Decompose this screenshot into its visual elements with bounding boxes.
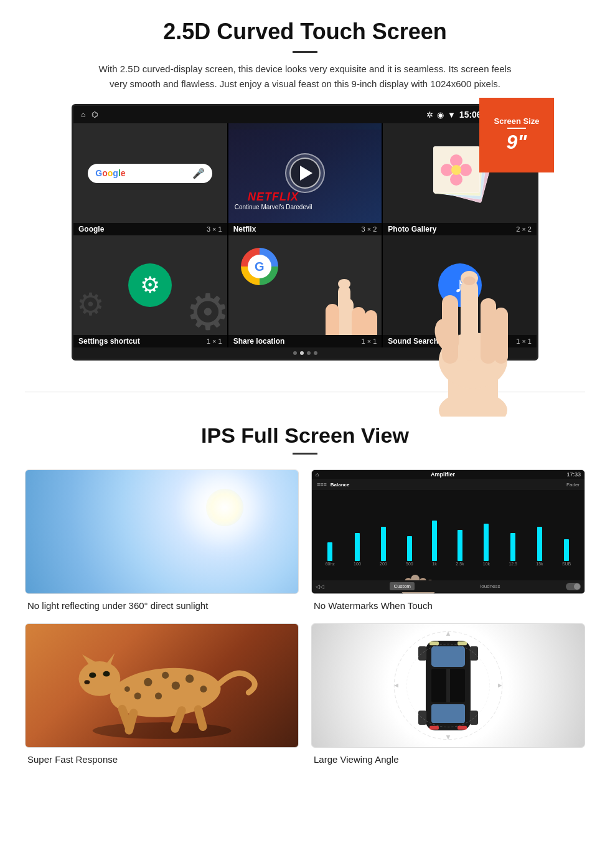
feature-amplifier: ⌂ Amplifier 17:33 ≡≡≡ Balance Fader 60hz…: [311, 469, 585, 611]
car-image: [311, 623, 585, 748]
settings-bg-gear2: ⚙: [77, 286, 105, 323]
app-tile-google[interactable]: Google 🎤 Google 3 × 1: [73, 123, 227, 235]
share-app-size: 1 × 1: [362, 337, 377, 345]
gallery-app-size: 2 × 2: [516, 225, 532, 233]
netflix-tile-inner: NETFLIX Continue Marvel's Daredevil: [228, 123, 382, 223]
amplifier-screen: ⌂ Amplifier 17:33 ≡≡≡ Balance Fader 60hz…: [312, 470, 584, 593]
svg-marker-26: [106, 653, 115, 666]
svg-point-55: [394, 631, 502, 739]
amp-bar-3: 200: [380, 527, 387, 566]
scroll-dots: [73, 347, 537, 359]
sound-icon-wrap: ♪: [438, 263, 482, 307]
svg-point-34: [144, 678, 152, 686]
status-bar: ⌂ ⌬ ✲ ◉ ▼ 15:06 ⊡ ◁) ⊠ ⬜: [73, 106, 537, 123]
section-curved-screen: 2.5D Curved Touch Screen With 2.5D curve…: [0, 0, 610, 373]
share-app-name: Share location: [233, 337, 285, 346]
svg-point-36: [172, 681, 180, 689]
app-grid-row2: ⚙ ⚙ ⚙ Settings shortcut 1 × 1: [73, 235, 537, 347]
netflix-app-name: Netflix: [233, 225, 256, 234]
amp-balance-label: Balance: [331, 482, 350, 488]
scroll-dot-1: [293, 351, 297, 355]
svg-rect-8: [448, 354, 498, 417]
device-container: Screen Size 9" ⌂ ⌬ ✲ ◉ ▼ 15:06 ⊡ ◁) ⊠: [62, 104, 548, 361]
amp-toggle[interactable]: [566, 583, 581, 590]
section-ips-view: IPS Full Screen View No light reflecting…: [0, 411, 610, 783]
gear-settings-icon: ⚙: [140, 272, 160, 298]
sound-label: Sound Search 1 × 1: [383, 335, 537, 347]
amplifier-image: ⌂ Amplifier 17:33 ≡≡≡ Balance Fader 60hz…: [311, 469, 585, 594]
amp-prev-icon: ◁◁: [316, 583, 324, 590]
amp-bar-9: 15k: [536, 527, 543, 566]
amp-controls: ≡≡≡ Balance Fader: [312, 479, 584, 490]
feature-sunlight: No light reflecting under 360° direct su…: [25, 469, 299, 611]
amp-loudness-label: loudness: [481, 583, 500, 589]
svg-rect-4: [326, 304, 339, 335]
cheetah-image: [25, 623, 299, 748]
android-screen: ⌂ ⌬ ✲ ◉ ▼ 15:06 ⊡ ◁) ⊠ ⬜: [72, 104, 538, 361]
settings-app-name: Settings shortcut: [78, 337, 140, 346]
amp-bar-10: SUB: [562, 539, 571, 566]
sound-app-size: 1 × 1: [516, 337, 532, 345]
home-icon[interactable]: ⌂: [81, 110, 85, 119]
svg-marker-25: [82, 654, 98, 665]
feature-cheetah: Super Fast Response: [25, 623, 299, 765]
google-search-bar[interactable]: Google 🎤: [88, 164, 212, 183]
status-bar-left: ⌂ ⌬: [81, 110, 98, 119]
svg-point-56: [406, 644, 489, 727]
bluetooth-icon: ✲: [426, 110, 433, 120]
app-tile-share[interactable]: G: [228, 235, 382, 347]
badge-size: 9": [507, 131, 527, 154]
amp-bar-6: 2.5k: [456, 530, 464, 566]
section2-divider: [293, 453, 317, 455]
google-tile-inner: Google 🎤: [73, 123, 227, 223]
amp-time: 17:33: [566, 471, 581, 478]
svg-point-41: [134, 692, 141, 699]
g-logo-icon: G: [241, 248, 278, 285]
car-visual: [312, 624, 584, 747]
amp-bottom-bar: ◁◁ Custom loudness: [312, 580, 584, 592]
amp-bar-1: 60hz: [326, 542, 335, 566]
scroll-dot-3: [307, 351, 311, 355]
google-app-size: 3 × 1: [207, 225, 222, 233]
location-icon: ◉: [437, 110, 444, 120]
svg-point-27: [89, 672, 96, 678]
share-tile-inner: G: [228, 235, 382, 335]
usb-icon: ⌬: [92, 110, 98, 119]
status-time: 15:06: [459, 110, 482, 120]
app-tile-settings[interactable]: ⚙ ⚙ ⚙ Settings shortcut 1 × 1: [73, 235, 227, 347]
svg-rect-5: [352, 307, 365, 335]
gallery-app-name: Photo Gallery: [388, 225, 436, 234]
app-tile-sound[interactable]: ♪ Sound Search 1 × 1: [383, 235, 537, 347]
amp-bar-4: 500: [406, 536, 413, 566]
amp-bar-2: 100: [354, 533, 361, 566]
app-tile-netflix[interactable]: NETFLIX Continue Marvel's Daredevil Netf…: [228, 123, 382, 235]
music-note-icon: ♪: [454, 272, 466, 298]
google-mic-icon[interactable]: 🎤: [192, 167, 205, 179]
amp-custom-button[interactable]: Custom: [390, 582, 415, 590]
amp-hand-area: ◁◁ Custom loudness: [312, 568, 584, 593]
svg-point-37: [155, 692, 162, 699]
sunlight-caption: No light reflecting under 360° direct su…: [25, 600, 299, 611]
netflix-subtitle: Continue Marvel's Daredevil: [235, 204, 312, 210]
svg-point-38: [185, 674, 194, 682]
sunlight-image: [25, 469, 299, 594]
svg-point-35: [162, 672, 169, 679]
share-label: Share location 1 × 1: [228, 335, 382, 347]
title-divider: [293, 51, 317, 53]
amp-bar-5: 1k: [432, 521, 437, 566]
amp-equalizer: 60hz 100 200 500 1k 2.5k 10k 12.5 15k SU…: [312, 490, 584, 568]
feature-grid: No light reflecting under 360° direct su…: [25, 469, 585, 765]
section-divider: [25, 392, 585, 392]
svg-point-3: [338, 279, 350, 289]
badge-label: Screen Size: [494, 116, 540, 126]
settings-icon-wrap: ⚙: [128, 263, 172, 307]
wifi-icon: ▼: [448, 110, 456, 120]
gallery-label: Photo Gallery 2 × 2: [383, 223, 537, 235]
scroll-dot-4: [314, 351, 317, 355]
sound-tile-inner: ♪: [383, 235, 537, 335]
netflix-brand: NETFLIX: [235, 191, 312, 204]
amp-bar-7: 10k: [483, 524, 490, 566]
sunlight-visual: [26, 470, 298, 593]
svg-point-28: [103, 671, 110, 677]
netflix-play-icon: [300, 166, 312, 181]
